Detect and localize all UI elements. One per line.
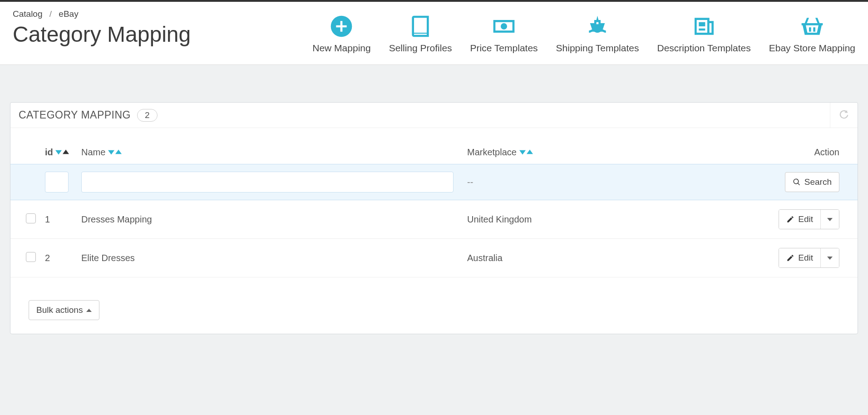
money-icon [491,14,517,39]
filter-name-input[interactable] [81,172,454,193]
page-header: Catalog / eBay Category Mapping New Mapp… [0,2,868,65]
edit-button-group: Edit [779,209,839,229]
filter-marketplace[interactable]: -- [467,177,473,187]
table-header-row: id Name Marketplace [10,128,858,164]
page-title: Category Mapping [13,22,191,47]
pencil-icon [786,254,794,262]
edit-button-group: Edit [779,248,839,268]
caret-down-icon [827,218,833,221]
panel-category-mapping: CATEGORY MAPPING 2 id [10,102,858,334]
refresh-button[interactable] [830,103,858,128]
breadcrumb-sep: / [49,9,52,19]
breadcrumb-catalog[interactable]: Catalog [13,9,43,19]
sort-desc-icon [55,149,62,155]
toolbar: New Mapping Selling Profiles Price Templ… [312,14,855,54]
edit-label: Edit [798,214,813,224]
plus-circle-icon [329,14,354,39]
toolbar-label: New Mapping [312,43,370,54]
toolbar-description-templates[interactable]: Description Templates [657,14,750,54]
basket-icon [798,14,826,39]
edit-dropdown[interactable] [820,210,839,229]
sort-asc-icon [63,149,69,155]
col-id-label: id [45,147,53,157]
sort-asc-icon [115,149,122,155]
panel-header: CATEGORY MAPPING 2 [10,103,858,128]
toolbar-label: Ebay Store Mapping [769,43,855,54]
row-id: 2 [40,239,77,277]
mapping-table: id Name Marketplace [10,128,858,277]
caret-down-icon [827,257,833,260]
col-id[interactable]: id [40,128,77,164]
col-name-label: Name [81,147,105,157]
row-checkbox[interactable] [26,252,36,262]
row-name: Dresses Mapping [77,200,463,239]
search-icon [793,178,801,186]
sort-asc-icon [527,149,533,155]
panel-title: CATEGORY MAPPING [19,109,131,121]
edit-button[interactable]: Edit [779,210,820,229]
filter-id-input[interactable] [45,172,69,193]
toolbar-new-mapping[interactable]: New Mapping [312,14,370,54]
table-row: 1 Dresses Mapping United Kingdom Edit [10,200,858,239]
breadcrumb: Catalog / eBay [13,9,191,19]
newspaper-icon [691,14,717,39]
sort-desc-icon [108,149,114,155]
toolbar-shipping-templates[interactable]: Shipping Templates [556,14,639,54]
pencil-icon [786,215,794,223]
breadcrumb-ebay[interactable]: eBay [59,9,78,19]
bulk-label: Bulk actions [36,305,83,315]
caret-up-icon [86,309,92,312]
col-marketplace[interactable]: Marketplace [463,128,612,164]
col-marketplace-label: Marketplace [467,147,517,157]
row-name: Elite Dresses [77,239,463,277]
toolbar-selling-profiles[interactable]: Selling Profiles [389,14,452,54]
toolbar-label: Shipping Templates [556,43,639,54]
row-marketplace: Australia [463,239,612,277]
search-button[interactable]: Search [785,172,839,192]
sort-desc-icon [519,149,526,155]
col-name[interactable]: Name [77,128,463,164]
row-id: 1 [40,200,77,239]
toolbar-label: Description Templates [657,43,750,54]
edit-dropdown[interactable] [820,248,839,267]
book-icon [408,14,433,39]
ship-icon [585,14,610,39]
toolbar-store-mapping[interactable]: Ebay Store Mapping [769,14,855,54]
refresh-icon [838,108,850,121]
row-marketplace: United Kingdom [463,200,612,239]
col-action: Action [612,128,858,164]
edit-button[interactable]: Edit [779,248,820,267]
table-row: 2 Elite Dresses Australia Edit [10,239,858,277]
count-badge: 2 [137,109,158,122]
toolbar-label: Price Templates [470,43,538,54]
toolbar-label: Selling Profiles [389,43,452,54]
row-checkbox[interactable] [26,213,36,223]
bulk-actions-button[interactable]: Bulk actions [29,300,99,320]
toolbar-price-templates[interactable]: Price Templates [470,14,538,54]
search-label: Search [804,177,832,187]
edit-label: Edit [798,253,813,263]
filter-row: -- Search [10,164,858,200]
